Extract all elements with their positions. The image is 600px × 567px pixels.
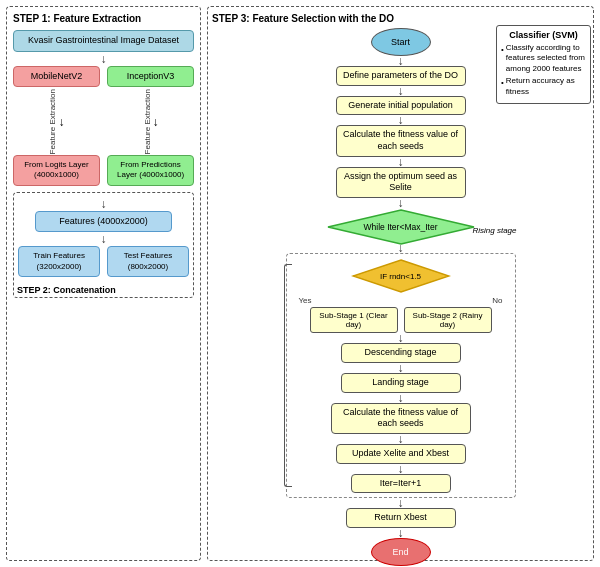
loop-box: IF rndn<1.5 Yes No Sub-Stage 1 (Clear da… — [286, 253, 516, 498]
iter-box: Iter=Iter+1 — [351, 474, 451, 494]
arrow3: ↓ — [18, 232, 189, 246]
flow-arrow13: ↓ — [398, 528, 404, 538]
rising-stage-label: Rising stage — [472, 226, 516, 235]
features-box: Features (4000x2000) — [35, 211, 172, 233]
flow-arrow2: ↓ — [398, 86, 404, 96]
while-iter-label: While Iter<Max_Iter — [364, 222, 438, 232]
model-row: MobileNetV2 InceptionV3 — [13, 66, 194, 88]
substage2-box: Sub-Stage 2 (Rainy day) — [404, 307, 492, 333]
classifier-title: Classifier (SVM) — [501, 30, 586, 40]
flow-arrow11: ↓ — [398, 464, 404, 474]
mobilenet-box: MobileNetV2 — [13, 66, 100, 88]
feature-extract-label2: Feature Extraction — [143, 89, 152, 154]
left-panel: STEP 1: Feature Extraction Kvasir Gastro… — [6, 6, 201, 561]
flow-arrow8: ↓ — [398, 363, 404, 373]
substage1-box: Sub-Stage 1 (Clear day) — [310, 307, 398, 333]
flow-arrow1: ↓ — [398, 56, 404, 66]
end-oval: End — [371, 538, 431, 566]
start-label: Start — [391, 37, 410, 47]
bullet-dot1: • — [501, 45, 504, 55]
flow-arrow9: ↓ — [398, 393, 404, 403]
flow-arrow3: ↓ — [398, 115, 404, 125]
concat-section: ↓ Features (4000x2000) ↓ Train Features … — [13, 192, 194, 298]
calc-fitness-box: Calculate the fitness value of each seed… — [336, 125, 466, 156]
right-panel: STEP 3: Feature Selection with the DO Cl… — [207, 6, 594, 561]
classifier-bullet1: • Classify according to features selecte… — [501, 43, 586, 74]
bullet-dot2: • — [501, 78, 504, 88]
classifier-bullet2: • Return accuracy as fitness — [501, 76, 586, 97]
calc-fitness2-box: Calculate the fitness value of each seed… — [331, 403, 471, 434]
substage-row: Sub-Stage 1 (Clear day) Sub-Stage 2 (Rai… — [291, 307, 511, 333]
flow-arrow12: ↓ — [398, 498, 404, 508]
flow-arrow5: ↓ — [398, 198, 404, 208]
flow-arrow10: ↓ — [398, 434, 404, 444]
start-oval: Start — [371, 28, 431, 56]
yes-label: Yes — [299, 296, 312, 305]
flowchart: Start ↓ Define parameters of the DO ↓ Ge… — [281, 28, 521, 566]
step1-label: STEP 1: Feature Extraction — [13, 13, 194, 24]
train-test-row: Train Features (3200x2000) Test Features… — [18, 246, 189, 277]
dataset-box: Kvasir Gastrointestinal Image Dataset — [13, 30, 194, 52]
inception-box: InceptionV3 — [107, 66, 194, 88]
step2-label: STEP 2: Concatenation — [17, 285, 116, 295]
feature-extract-label1: Feature Extraction — [48, 89, 57, 154]
arrow1: ↓ — [13, 52, 194, 66]
train-features-box: Train Features (3200x2000) — [18, 246, 100, 277]
flow-arrow7: ↓ — [398, 333, 404, 343]
assign-seed-box: Assign the optimum seed as Selite — [336, 167, 466, 198]
feature-extract-row: Feature Extraction ↓ Feature Extraction … — [13, 89, 194, 154]
end-label: End — [392, 547, 408, 557]
test-features-box: Test Features (800x2000) — [107, 246, 189, 277]
layer-row: From Logits Layer (4000x1000) From Predi… — [13, 155, 194, 186]
loop-line — [284, 264, 292, 487]
if-rndn-label: IF rndn<1.5 — [380, 272, 421, 281]
no-label: No — [492, 296, 502, 305]
from-predictions-box: From Predictions Layer (4000x1000) — [107, 155, 194, 186]
if-rndn-container: IF rndn<1.5 — [351, 258, 451, 294]
classifier-box: Classifier (SVM) • Classify according to… — [496, 25, 591, 104]
step3-label: STEP 3: Feature Selection with the DO — [212, 13, 394, 24]
yes-no-row: Yes No — [291, 296, 511, 305]
from-logits-box: From Logits Layer (4000x1000) — [13, 155, 100, 186]
arrow2: ↓ — [18, 197, 189, 211]
flow-arrow4: ↓ — [398, 157, 404, 167]
